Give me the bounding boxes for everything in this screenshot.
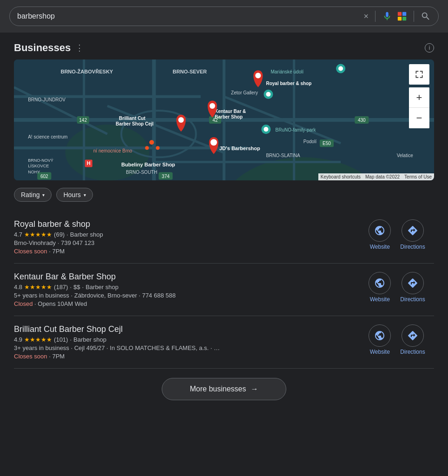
business-review-count-2: (187) [54, 284, 68, 291]
rating-chevron-icon: ▾ [42, 192, 45, 198]
map-container[interactable]: 142 42 E50 374 602 430 BRNO-ŽABOVŘESKY B… [14, 60, 434, 180]
business-name-1[interactable]: Royal barber & shop [14, 219, 350, 229]
svg-text:BRNO-ŽABOVŘESKY: BRNO-ŽABOVŘESKY [60, 69, 113, 74]
directions-label-2: Directions [400, 296, 425, 303]
map-footer: Keyboard shortcuts Map data ©2022 Terms … [318, 173, 434, 180]
business-info-2: Kentaur Bar & Barber Shop 4.8 ★★★★★ (187… [14, 272, 350, 307]
more-businesses-label: More businesses [190, 385, 246, 393]
svg-text:Royal barber & shop: Royal barber & shop [266, 81, 311, 86]
hours-filter[interactable]: Hours ▾ [56, 188, 92, 202]
mic-button[interactable] [382, 11, 392, 21]
business-status-2: Closed · Opens 10AM Wed [14, 300, 350, 307]
svg-text:Bubeliny Barber Shop: Bubeliny Barber Shop [121, 162, 175, 167]
search-bar: × [9, 7, 439, 26]
search-button[interactable] [421, 11, 431, 21]
business-list: Royal barber & shop 4.7 ★★★★★ (69) · Bar… [14, 211, 434, 369]
svg-point-61 [264, 127, 268, 132]
business-stars-1: ★★★★★ [24, 231, 52, 238]
action-buttons-row-3: Website Directions [369, 324, 425, 355]
directions-icon-circle-3 [402, 324, 424, 347]
zoom-out-button[interactable]: − [409, 108, 429, 128]
divider2 [414, 11, 414, 22]
business-name-3[interactable]: Brilliant Cut Barber Shop Cejl [14, 324, 350, 334]
svg-point-67 [211, 139, 217, 145]
business-info-3: Brilliant Cut Barber Shop Cejl 4.9 ★★★★★… [14, 324, 350, 360]
businesses-header: Businesses ⋮ i [14, 42, 434, 54]
hours-chevron-icon: ▾ [84, 192, 86, 198]
directions-button-3[interactable]: Directions [400, 324, 425, 355]
search-icon [421, 11, 431, 21]
business-name-2[interactable]: Kentaur Bar & Barber Shop [14, 272, 350, 282]
business-address-3: 3+ years in business · Cejl 495/27 · In … [14, 344, 350, 351]
svg-text:H: H [87, 160, 91, 166]
rating-filter-label: Rating [21, 191, 40, 198]
svg-rect-1 [402, 12, 406, 16]
map-data: Map data ©2022 [363, 173, 402, 180]
svg-text:BRNO-NOVÝ: BRNO-NOVÝ [28, 158, 53, 163]
svg-point-65 [210, 103, 215, 109]
business-hours-1: 7PM [52, 248, 65, 255]
business-rating-row-3: 4.9 ★★★★★ (101) · Barber shop [14, 336, 350, 343]
map-expand-button[interactable] [409, 64, 429, 85]
business-actions-2: Website Directions [360, 272, 434, 303]
info-icon[interactable]: i [425, 43, 434, 53]
business-separator-1: · [66, 231, 68, 238]
more-options-icon[interactable]: ⋮ [75, 43, 84, 53]
action-buttons-row-2: Website Directions [369, 272, 425, 303]
business-category-3: Barber shop [73, 336, 106, 343]
filter-row: Rating ▾ Hours ▾ [14, 188, 434, 202]
svg-text:E50: E50 [323, 141, 331, 146]
website-button-3[interactable]: Website [369, 324, 391, 355]
separator-2a: · [70, 284, 72, 291]
svg-text:ní nemocnice Brno: ní nemocnice Brno [93, 148, 132, 153]
business-info-1: Royal barber & shop 4.7 ★★★★★ (69) · Bar… [14, 219, 350, 255]
svg-text:Mariánské údolí: Mariánské údolí [270, 69, 303, 74]
svg-text:602: 602 [40, 174, 48, 179]
svg-point-57 [266, 92, 270, 97]
directions-button-1[interactable]: Directions [400, 219, 425, 250]
business-actions-1: Website Directions [360, 219, 434, 250]
map-zoom-controls: + − [409, 87, 429, 128]
business-item-3: Brilliant Cut Barber Shop Cejl 4.9 ★★★★★… [14, 316, 434, 369]
svg-text:BRNO-JUNDROV: BRNO-JUNDROV [28, 97, 66, 102]
business-hours-3: 7PM [52, 353, 65, 360]
zoom-in-button[interactable]: + [409, 87, 429, 108]
clear-button[interactable]: × [363, 12, 369, 21]
rating-filter[interactable]: Rating ▾ [14, 188, 52, 202]
business-hours-2: Opens 10AM Wed [38, 300, 87, 307]
business-address-1: Brno-Vinohrady · 739 047 123 [14, 239, 350, 246]
more-businesses-button[interactable]: More businesses → [162, 378, 287, 400]
svg-text:JD's Barbershop: JD's Barbershop [219, 145, 260, 151]
more-arrow-icon: → [250, 385, 258, 393]
separator-3: · [70, 336, 72, 343]
directions-button-2[interactable]: Directions [400, 272, 425, 303]
map-controls: + − [409, 64, 429, 128]
svg-text:Brilliant Cut: Brilliant Cut [119, 116, 146, 121]
terms-of-use[interactable]: Terms of Use [402, 173, 434, 180]
business-rating-row-2: 4.8 ★★★★★ (187) · $$ · Barber shop [14, 284, 350, 291]
website-button-1[interactable]: Website [369, 219, 391, 250]
separator-2b: · [82, 284, 84, 291]
directions-icon-1 [407, 225, 418, 236]
businesses-title-row: Businesses ⋮ [14, 42, 84, 54]
directions-icon-3 [407, 330, 418, 341]
business-rating-2: 4.8 [14, 284, 22, 291]
lens-button[interactable] [397, 11, 407, 21]
globe-icon-1 [374, 225, 385, 236]
website-button-2[interactable]: Website [369, 272, 391, 303]
mic-icon [382, 11, 392, 21]
website-icon-circle-3 [369, 324, 391, 347]
more-businesses-container: More businesses → [14, 369, 434, 410]
business-item-2: Kentaur Bar & Barber Shop 4.8 ★★★★★ (187… [14, 264, 434, 316]
search-input[interactable] [17, 12, 359, 20]
divider [375, 11, 376, 22]
svg-point-68 [255, 73, 261, 79]
directions-label-1: Directions [400, 244, 425, 250]
svg-text:Podolí: Podolí [303, 139, 317, 144]
directions-label-3: Directions [400, 349, 425, 355]
svg-text:430: 430 [358, 118, 366, 123]
svg-point-64 [156, 146, 159, 150]
clear-icon: × [363, 12, 369, 21]
website-icon-circle-2 [369, 272, 391, 294]
keyboard-shortcuts[interactable]: Keyboard shortcuts [318, 173, 363, 180]
